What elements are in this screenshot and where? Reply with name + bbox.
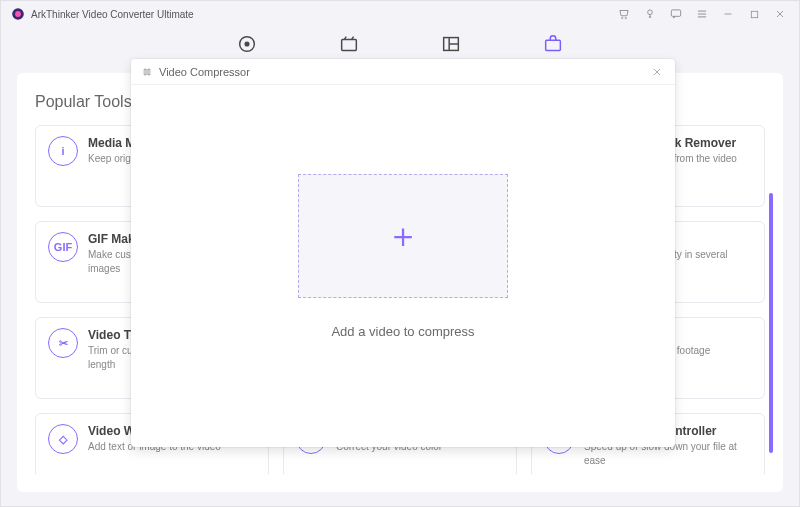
toolbar [1, 27, 799, 63]
video-compressor-modal: Video Compressor ＋ Add a video to compre… [131, 59, 675, 447]
add-video-dropzone[interactable]: ＋ [298, 174, 508, 298]
svg-point-4 [648, 10, 653, 15]
tab-mv-icon[interactable] [338, 33, 360, 53]
maximize-button[interactable] [745, 5, 763, 23]
scrollbar-thumb[interactable] [769, 193, 773, 453]
scissors-icon: ✂ [48, 328, 78, 358]
info-icon: i [48, 136, 78, 166]
tab-collage-icon[interactable] [440, 33, 462, 53]
minimize-button[interactable] [719, 5, 737, 23]
app-logo-icon [11, 7, 25, 21]
app-title: ArkThinker Video Converter Ultimate [31, 9, 615, 20]
plus-icon: ＋ [386, 213, 420, 259]
cart-icon[interactable] [615, 5, 633, 23]
gif-icon: GIF [48, 232, 78, 262]
svg-point-1 [15, 11, 21, 17]
svg-rect-6 [751, 11, 757, 17]
watermark-icon: ◇ [48, 424, 78, 454]
key-icon[interactable] [641, 5, 659, 23]
tab-converter-icon[interactable] [236, 33, 258, 53]
compressor-icon [141, 66, 153, 78]
menu-icon[interactable] [693, 5, 711, 23]
modal-title: Video Compressor [159, 66, 649, 78]
svg-point-2 [622, 18, 623, 19]
feedback-icon[interactable] [667, 5, 685, 23]
dropzone-hint: Add a video to compress [331, 324, 474, 339]
svg-point-8 [245, 42, 249, 46]
scrollbar[interactable] [769, 193, 773, 453]
svg-rect-9 [342, 39, 357, 50]
tab-toolbox-icon[interactable] [542, 33, 564, 53]
svg-point-3 [625, 18, 626, 19]
modal-header: Video Compressor [131, 59, 675, 85]
modal-close-button[interactable] [649, 64, 665, 80]
svg-rect-5 [671, 10, 680, 16]
svg-rect-11 [546, 40, 561, 50]
modal-body: ＋ Add a video to compress [131, 85, 675, 447]
titlebar: ArkThinker Video Converter Ultimate [1, 1, 799, 27]
close-button[interactable] [771, 5, 789, 23]
